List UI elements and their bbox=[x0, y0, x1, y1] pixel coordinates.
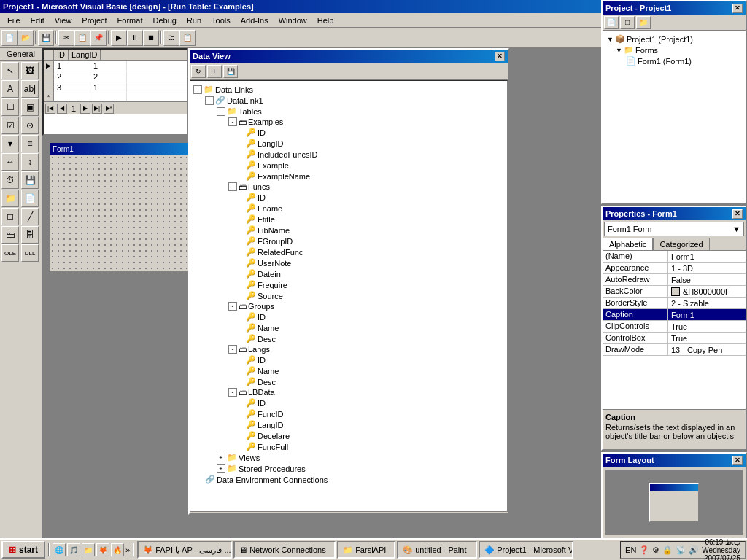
menu-addins[interactable]: Add-Ins bbox=[236, 15, 273, 26]
list-item[interactable]: 🔑 ID bbox=[193, 397, 504, 408]
tab-categorized[interactable]: Categorized bbox=[653, 238, 709, 250]
list-item[interactable]: Appearance 1 - 3D bbox=[603, 262, 746, 274]
properties-object-dropdown[interactable]: Form1 Form ▼ bbox=[604, 222, 744, 236]
tool-vscroll[interactable]: ↕ bbox=[21, 153, 39, 171]
taskbar-btn-network[interactable]: 🖥 Network Connections bbox=[233, 541, 336, 559]
pause-btn[interactable]: ⏸ bbox=[127, 30, 143, 46]
quicklaunch-explorer[interactable]: 📁 bbox=[82, 543, 95, 556]
tool-textbox[interactable]: ab| bbox=[21, 80, 39, 98]
form-layout-close-btn[interactable]: ✕ bbox=[732, 456, 743, 465]
list-item[interactable]: 🔑 Desc bbox=[193, 376, 504, 387]
list-item[interactable]: - 📁 Tables bbox=[193, 106, 504, 117]
list-item[interactable]: 🔑 Decelare bbox=[193, 430, 504, 441]
list-item[interactable]: 🔑 LibName bbox=[193, 225, 504, 236]
project-toggle-folders-btn[interactable]: 📁 bbox=[636, 16, 651, 29]
tree-toggle-datalink1[interactable]: - bbox=[205, 96, 214, 105]
tree-toggle-funcs[interactable]: - bbox=[228, 182, 237, 191]
tree-toggle-views[interactable]: + bbox=[217, 454, 225, 462]
dropdown-arrow-icon[interactable]: ▼ bbox=[732, 225, 740, 233]
list-item[interactable]: 🔑 ID bbox=[193, 192, 504, 203]
tool-hscroll[interactable]: ↔ bbox=[1, 153, 19, 171]
list-item[interactable]: - 📁 Data Links bbox=[193, 84, 504, 95]
list-item[interactable]: Caption Form1 bbox=[603, 309, 746, 321]
list-item[interactable]: - 🗃 LBData bbox=[193, 387, 504, 397]
list-item[interactable]: 🔑 Name bbox=[193, 365, 504, 376]
project-view-object-btn[interactable]: □ bbox=[620, 16, 635, 29]
list-item[interactable]: 🔑 Desc bbox=[193, 333, 504, 344]
taskbar-btn-paint[interactable]: 🎨 untitled - Paint bbox=[397, 541, 477, 559]
list-item[interactable]: 🔑 FuncFull bbox=[193, 441, 504, 452]
form-layout-preview[interactable] bbox=[649, 483, 700, 523]
tree-toggle-groups[interactable]: - bbox=[228, 302, 237, 311]
toggle-forms[interactable]: ▼ bbox=[616, 47, 622, 54]
paste-btn[interactable]: 📌 bbox=[90, 30, 107, 46]
menu-view[interactable]: View bbox=[50, 15, 77, 26]
taskbar-btn-farsiapi[interactable]: 📁 FarsiAPI bbox=[337, 541, 395, 559]
list-item[interactable]: (Name) Form1 bbox=[603, 251, 746, 262]
menu-file[interactable]: File bbox=[3, 15, 25, 26]
stop-btn[interactable]: ⏹ bbox=[143, 30, 159, 46]
tool-radio[interactable]: ⊙ bbox=[21, 117, 39, 134]
list-item[interactable]: 📄 Form1 (Form1) bbox=[605, 55, 743, 66]
list-item[interactable]: DrawMode 13 - Copy Pen bbox=[603, 344, 746, 356]
quicklaunch-media[interactable]: 🎵 bbox=[67, 543, 80, 556]
tool-line[interactable]: ╱ bbox=[21, 208, 39, 225]
explorer-btn[interactable]: 🗂 bbox=[163, 30, 179, 46]
form-window[interactable]: Form1 bbox=[50, 143, 196, 260]
menu-debug[interactable]: Debug bbox=[148, 15, 180, 26]
list-item[interactable]: 🔑 Fname bbox=[193, 203, 504, 214]
menu-run[interactable]: Run bbox=[182, 15, 206, 26]
taskbar-btn-vb[interactable]: 🔷 Project1 - Microsoft V... bbox=[479, 541, 573, 559]
list-item[interactable]: ▼ 📦 Project1 (Project1) bbox=[605, 34, 743, 44]
run-btn[interactable]: ▶ bbox=[111, 30, 127, 46]
grid-new-btn[interactable]: ▶* bbox=[104, 104, 114, 114]
grid-first-btn[interactable]: |◀ bbox=[45, 104, 55, 114]
toggle-project1[interactable]: ▼ bbox=[607, 36, 614, 43]
list-item[interactable]: 🔗 Data Environment Connections bbox=[193, 474, 504, 485]
tool-button[interactable]: ▣ bbox=[21, 98, 39, 116]
quicklaunch-firefox[interactable]: 🦊 bbox=[96, 543, 109, 556]
list-item[interactable]: + 📁 Views bbox=[193, 452, 504, 463]
quicklaunch-ie[interactable]: 🌐 bbox=[53, 543, 66, 556]
project-view-code-btn[interactable]: 📄 bbox=[604, 16, 619, 29]
menu-tools[interactable]: Tools bbox=[207, 15, 235, 26]
list-item[interactable]: - 🗃 Funcs bbox=[193, 182, 504, 192]
tool-frame[interactable]: ☐ bbox=[1, 98, 19, 116]
cut-btn[interactable]: ✂ bbox=[58, 30, 74, 46]
list-item[interactable]: 🔑 UserNote bbox=[193, 257, 504, 268]
dv-save-btn[interactable]: 💾 bbox=[223, 65, 238, 78]
list-item[interactable]: 🔑 Datein bbox=[193, 268, 504, 279]
tab-alphabetic[interactable]: Alphabetic bbox=[603, 238, 653, 250]
props-btn[interactable]: 📋 bbox=[179, 30, 196, 46]
copy-btn[interactable]: 📋 bbox=[74, 30, 90, 46]
tool-data[interactable]: 🗄 bbox=[21, 226, 39, 244]
list-item[interactable]: AutoRedraw False bbox=[603, 274, 746, 286]
project-close-btn[interactable]: ✕ bbox=[732, 4, 743, 13]
list-item[interactable]: 🔑 Example bbox=[193, 160, 504, 171]
dv-refresh-btn[interactable]: ↻ bbox=[191, 65, 206, 78]
tool-ole[interactable]: OLE bbox=[1, 244, 19, 262]
grid-last-btn[interactable]: ▶| bbox=[92, 104, 102, 114]
list-item[interactable]: 🔑 Ftitle bbox=[193, 214, 504, 225]
tree-toggle-examples[interactable]: - bbox=[228, 117, 237, 126]
quicklaunch-more[interactable]: » bbox=[125, 543, 130, 556]
tool-drive[interactable]: 💾 bbox=[21, 171, 39, 189]
tool-dll[interactable]: DLL bbox=[21, 244, 39, 262]
quicklaunch-firefox2[interactable]: 🔥 bbox=[111, 543, 124, 556]
list-item[interactable]: ControlBox True bbox=[603, 332, 746, 344]
new-project-btn[interactable]: 📄 bbox=[1, 30, 18, 46]
dv-add-btn[interactable]: + bbox=[207, 65, 222, 78]
data-view-tree[interactable]: - 📁 Data Links - 🔗 DataLink1 bbox=[190, 80, 508, 512]
list-item[interactable]: - 🔗 DataLink1 bbox=[193, 95, 504, 106]
tool-picture[interactable]: 🖼 bbox=[21, 62, 39, 79]
list-item[interactable]: 🔑 ID bbox=[193, 311, 504, 322]
menu-window[interactable]: Window bbox=[274, 15, 311, 26]
tool-file[interactable]: 📄 bbox=[21, 190, 39, 207]
tool-listbox[interactable]: ≡ bbox=[21, 135, 39, 152]
list-item[interactable]: ▼ 📁 Forms bbox=[605, 44, 743, 55]
tree-toggle-langs[interactable]: - bbox=[228, 345, 237, 354]
list-item[interactable]: 🔑 LangID bbox=[193, 419, 504, 430]
tree-toggle-datalinks[interactable]: - bbox=[193, 85, 202, 94]
list-item[interactable]: - 🗃 Groups bbox=[193, 301, 504, 311]
list-item[interactable]: + 📁 Stored Procedures bbox=[193, 463, 504, 474]
